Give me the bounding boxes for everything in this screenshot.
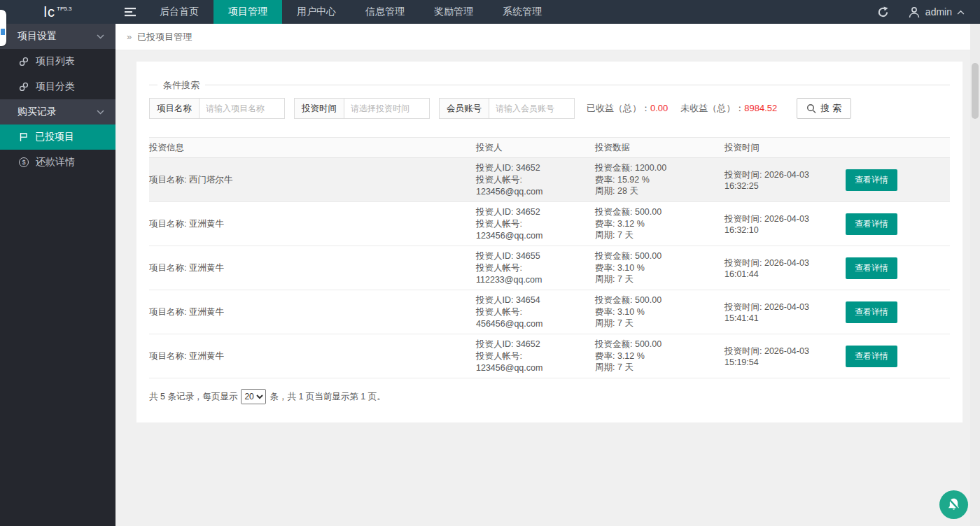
invest-time-cell: 投资时间: 2026-04-03 15:41:41	[724, 301, 846, 323]
logo-text: lc	[44, 4, 55, 20]
project-name-cell: 项目名称: 亚洲黄牛	[149, 350, 476, 362]
invest-cycle: 周期: 7 天	[595, 318, 718, 329]
invest-cycle: 周期: 28 天	[595, 185, 718, 197]
sidebar-group-purchase-records[interactable]: 购买记录	[0, 99, 115, 125]
investor-cell: 投资人ID: 34655 投资人帐号: 112233@qq.com	[476, 250, 595, 286]
pagination-prefix: 共 5 条记录，每页显示	[149, 391, 237, 403]
page-size-select[interactable]: 20	[241, 389, 266, 404]
nav-item-info-management[interactable]: 信息管理	[351, 0, 419, 24]
chevron-down-icon	[97, 110, 104, 115]
invest-amount: 投资金额: 500.00	[595, 339, 718, 350]
topbar-right: admin	[867, 0, 980, 24]
admin-username: admin	[925, 6, 952, 17]
invest-rate: 费率: 3.10 %	[595, 306, 718, 318]
actions-cell: 查看详情	[846, 213, 950, 235]
content-area: 条件搜索 项目名称 投资时间 会员账号	[115, 50, 980, 422]
invest-rate: 费率: 3.12 %	[595, 350, 718, 362]
scrollbar[interactable]	[970, 24, 980, 526]
sidebar-item-label: 项目分类	[36, 80, 75, 93]
unearned-total-value: 8984.52	[744, 103, 777, 113]
nav-item-project-management[interactable]: 项目管理	[214, 0, 282, 24]
investor-account: 投资人帐号: 123456@qq.com	[476, 218, 588, 242]
invest-time-input[interactable]	[344, 98, 430, 119]
invest-time-cell: 投资时间: 2026-04-03 16:01:44	[724, 257, 846, 279]
project-name-input[interactable]	[200, 98, 285, 119]
table-row: 项目名称: 亚洲黄牛 投资人ID: 34652 投资人帐号: 123456@qq…	[149, 334, 950, 378]
header-investor: 投资人	[476, 142, 595, 154]
invested-projects-table: 投资信息 投资人 投资数据 投资时间 项目名称: 西门塔尔牛 投资人ID: 34…	[149, 137, 950, 378]
invest-data-cell: 投资金额: 500.00 费率: 3.12 % 周期: 7 天	[595, 339, 724, 374]
admin-menu[interactable]: admin	[899, 0, 980, 24]
view-detail-button[interactable]: 查看详情	[846, 169, 897, 191]
sidebar-item-repayment-details[interactable]: $ 还款详情	[0, 150, 115, 175]
sidebar-item-label: 项目列表	[36, 55, 75, 68]
sidebar-item-label: 已投项目	[35, 131, 74, 143]
invest-data-cell: 投资金额: 500.00 费率: 3.10 % 周期: 7 天	[595, 250, 724, 285]
invest-data-cell: 投资金额: 500.00 费率: 3.12 % 周期: 7 天	[595, 206, 724, 241]
notification-toggle-button[interactable]	[939, 490, 968, 519]
refresh-button[interactable]	[867, 0, 899, 24]
investor-account: 投资人帐号: 112233@qq.com	[476, 262, 588, 286]
view-detail-button[interactable]: 查看详情	[846, 346, 897, 367]
invest-rate: 费率: 3.10 %	[595, 262, 718, 274]
search-icon	[806, 104, 816, 113]
link-icon	[19, 57, 29, 66]
investor-id: 投资人ID: 34652	[476, 339, 588, 350]
earnings-summary: 已收益（总）：0.00 未收益（总）：8984.52	[587, 102, 790, 115]
search-legend: 条件搜索	[158, 79, 205, 92]
hamburger-icon	[125, 7, 136, 17]
unearned-total-label: 未收益（总）：	[680, 103, 744, 113]
view-detail-button[interactable]: 查看详情	[846, 301, 897, 323]
sidebar-toggle-button[interactable]	[115, 0, 145, 24]
search-button[interactable]: 搜 索	[797, 98, 851, 119]
investor-cell: 投资人ID: 34652 投资人帐号: 123456@qq.com	[476, 339, 595, 374]
sidebar-group-label: 项目设置	[18, 30, 57, 43]
investor-account: 投资人帐号: 456456@qq.com	[476, 306, 588, 330]
nav-item-home[interactable]: 后台首页	[145, 0, 214, 24]
pagination-bar: 共 5 条记录，每页显示 20 条，共 1 页当前显示第 1 页。	[149, 389, 950, 404]
investor-id: 投资人ID: 34652	[476, 206, 588, 218]
dollar-circle-icon: $	[19, 157, 29, 167]
member-account-input[interactable]	[489, 98, 575, 119]
table-row: 项目名称: 亚洲黄牛 投资人ID: 34655 投资人帐号: 112233@qq…	[149, 246, 950, 290]
member-account-label: 会员账号	[439, 98, 489, 119]
investor-account: 投资人帐号: 123456@qq.com	[476, 350, 588, 374]
investor-cell: 投资人ID: 34654 投资人帐号: 456456@qq.com	[476, 294, 595, 330]
search-row: 项目名称 投资时间 会员账号 已收益（总）：0.00	[149, 98, 950, 119]
invest-time-cell: 投资时间: 2026-04-03 16:32:25	[724, 169, 846, 191]
invest-time-cell: 投资时间: 2026-04-03 15:19:54	[724, 346, 846, 367]
bell-slash-icon	[946, 497, 962, 513]
investor-id: 投资人ID: 34652	[476, 162, 588, 174]
floating-widget-sliver[interactable]	[0, 10, 6, 46]
invest-cycle: 周期: 7 天	[595, 362, 718, 374]
nav-item-user-center[interactable]: 用户中心	[282, 0, 351, 24]
chevron-down-icon	[97, 34, 104, 39]
view-detail-button[interactable]: 查看详情	[846, 257, 897, 279]
sidebar-item-invested-projects[interactable]: 已投项目	[0, 125, 115, 150]
header-invest-time: 投资时间	[724, 142, 846, 154]
invest-time-cell: 投资时间: 2026-04-03 16:32:10	[724, 213, 846, 235]
sidebar-item-project-category[interactable]: 项目分类	[0, 74, 115, 99]
invest-time-label: 投资时间	[294, 98, 344, 119]
earned-total-label: 已收益（总）：	[587, 103, 650, 113]
flag-icon	[19, 132, 28, 142]
investor-account: 投资人帐号: 123456@qq.com	[476, 174, 588, 198]
view-detail-button[interactable]: 查看详情	[846, 213, 897, 235]
project-name-cell: 项目名称: 亚洲黄牛	[149, 218, 476, 230]
logo-version: TP5.3	[57, 6, 71, 12]
invested-projects-card: 条件搜索 项目名称 投资时间 会员账号	[136, 62, 962, 422]
header-invest-info: 投资信息	[149, 142, 476, 154]
pagination-suffix: 条，共 1 页当前显示第 1 页。	[270, 391, 385, 403]
main-area: » 已投项目管理 条件搜索 项目名称 投资时间 会员账号	[115, 24, 980, 526]
scrollbar-thumb[interactable]	[972, 63, 979, 119]
chevron-up-icon	[957, 10, 965, 15]
nav-item-system-management[interactable]: 系统管理	[488, 0, 556, 24]
sidebar-item-project-list[interactable]: 项目列表	[0, 49, 115, 74]
sidebar-group-label: 购买记录	[18, 106, 57, 118]
table-row: 项目名称: 亚洲黄牛 投资人ID: 34652 投资人帐号: 123456@qq…	[149, 202, 950, 246]
sidebar-group-project-settings[interactable]: 项目设置	[0, 24, 115, 49]
unearned-total: 未收益（总）：8984.52	[680, 102, 777, 115]
nav-item-reward-management[interactable]: 奖励管理	[419, 0, 488, 24]
earned-total: 已收益（总）：0.00	[587, 102, 668, 115]
link-icon	[19, 82, 29, 92]
